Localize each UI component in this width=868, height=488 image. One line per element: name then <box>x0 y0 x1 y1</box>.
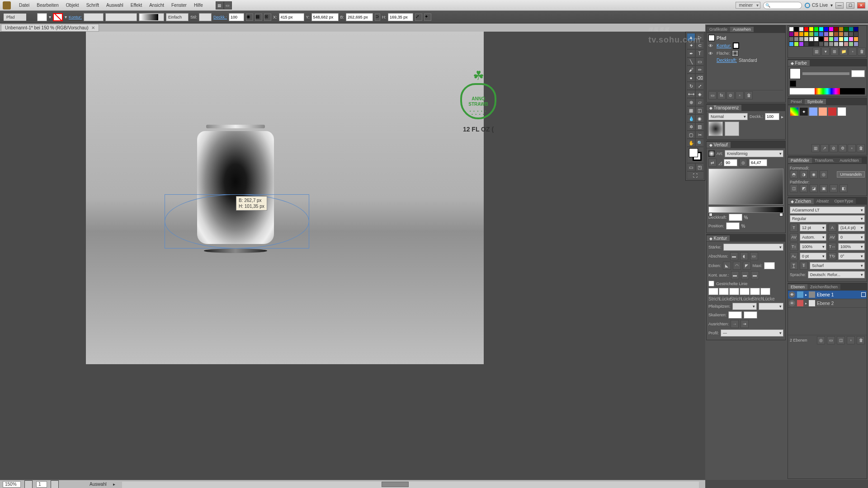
swatch[interactable] <box>814 42 819 47</box>
color-fill-swatch[interactable] <box>790 68 801 79</box>
hand-tool[interactable]: ✋ <box>687 139 695 147</box>
swatch[interactable] <box>829 27 834 32</box>
swatch[interactable] <box>824 42 829 47</box>
rectangle-tool[interactable]: ▭ <box>695 57 704 66</box>
swatch[interactable] <box>789 42 794 47</box>
y-input[interactable] <box>311 13 339 21</box>
align-icon[interactable]: ▦ <box>255 14 262 21</box>
graph-tool[interactable]: ▥ <box>695 122 704 131</box>
arrow-scale-2[interactable] <box>744 311 757 319</box>
transform-icon[interactable]: ⊞ <box>264 14 271 21</box>
isolate-icon[interactable]: ⤢ <box>415 14 422 21</box>
swatch[interactable] <box>799 42 804 47</box>
tab-grafikstile[interactable]: Grafikstile <box>707 27 730 32</box>
cap-proj[interactable]: ▭ <box>750 252 758 260</box>
language-combo[interactable]: Deutsch: Refor... <box>808 271 865 278</box>
close-button[interactable]: ✕ <box>857 2 865 9</box>
swatch[interactable] <box>794 37 799 42</box>
swatch[interactable] <box>794 42 799 47</box>
new-swatch-icon[interactable]: ▫ <box>849 47 857 56</box>
eyedropper-tool[interactable]: 💧 <box>687 114 695 122</box>
tab-transform[interactable]: Transform. <box>812 158 837 163</box>
lasso-tool[interactable]: ⊂ <box>695 41 704 49</box>
menu-hilfe[interactable]: Hilfe <box>190 3 207 8</box>
deckk-link[interactable]: Deckk.: <box>213 15 227 19</box>
paintbrush-tool[interactable]: 🖌 <box>687 66 695 74</box>
color-value[interactable] <box>851 70 865 77</box>
blob-brush-tool[interactable]: ● <box>687 74 695 82</box>
artboard-next[interactable]: ▶ <box>51 480 59 488</box>
swatch[interactable] <box>819 37 824 42</box>
join-bevel[interactable]: ◤ <box>743 262 751 270</box>
tab-align[interactable]: Ausrichten <box>837 158 862 163</box>
swatch[interactable] <box>809 32 814 37</box>
menu-datei[interactable]: Datei <box>15 3 33 8</box>
workspace-switcher[interactable]: meiner <box>736 2 760 9</box>
swatch[interactable] <box>829 32 834 37</box>
layer-2[interactable]: 👁▸Ebene 2 <box>788 299 867 308</box>
clear-icon[interactable]: ⊘ <box>726 91 735 99</box>
eye-icon[interactable]: 👁 <box>789 300 795 306</box>
swatch[interactable] <box>809 37 814 42</box>
swatch[interactable] <box>824 37 829 42</box>
pf-unite[interactable]: ◓ <box>790 170 798 178</box>
swatch[interactable] <box>839 27 844 32</box>
magic-wand-tool[interactable]: ✦ <box>687 41 695 49</box>
gap-3[interactable] <box>760 288 770 295</box>
arrow-align-2[interactable]: ⇥ <box>741 320 749 328</box>
selection-tool[interactable]: ▲ <box>687 33 695 41</box>
arrow-align-1[interactable]: → <box>731 320 739 328</box>
zoom-tool[interactable]: 🔍 <box>695 139 704 147</box>
dash-1[interactable] <box>708 288 718 295</box>
sym-place[interactable]: ↗ <box>821 144 829 152</box>
swatch[interactable] <box>854 42 859 47</box>
leading[interactable]: (14,4 pt) <box>838 224 865 231</box>
cap-round[interactable]: ◖ <box>740 252 748 260</box>
baseline[interactable]: 0 pt <box>800 253 826 260</box>
fill-stroke-swatch[interactable] <box>687 147 704 163</box>
gradient-ratio[interactable] <box>749 159 767 166</box>
horizontal-scrollbar[interactable] <box>122 482 699 488</box>
tab-transparenz[interactable]: ◆ Transparenz <box>707 105 741 111</box>
shape-builder-tool[interactable]: ⊕ <box>687 98 695 106</box>
swatch[interactable] <box>814 27 819 32</box>
swatch[interactable] <box>804 27 809 32</box>
swatch-trash-icon[interactable]: 🗑 <box>858 47 866 56</box>
type-tool[interactable]: T <box>695 49 704 57</box>
swatch[interactable] <box>804 37 809 42</box>
menu-objekt[interactable]: Objekt <box>62 3 83 8</box>
strawberry-logo[interactable]: ☘ ANNOSTRAWB • • • • •• • • • 12 FL OZ ( <box>447 70 510 133</box>
swatch[interactable] <box>824 27 829 32</box>
line-tool[interactable]: ╲ <box>687 57 695 66</box>
artboard-tool[interactable]: ▢ <box>687 131 695 139</box>
gradient-thumb[interactable] <box>708 150 715 157</box>
appearance-kontur[interactable]: Kontur: <box>717 43 731 48</box>
canvas-area[interactable]: B: 262,7 px H: 101,35 px ☘ ANNOSTRAWB • … <box>0 32 684 480</box>
swatch[interactable] <box>849 37 854 42</box>
swatch[interactable] <box>844 37 849 42</box>
swatch[interactable] <box>819 27 824 32</box>
swatch-lib-icon[interactable]: ▥ <box>812 47 821 56</box>
swatch[interactable] <box>834 37 839 42</box>
gradient-editor[interactable] <box>708 169 783 205</box>
font-family-combo[interactable]: AGaramond LT <box>790 206 865 214</box>
swatch[interactable] <box>789 37 794 42</box>
draw-behind-icon[interactable]: ◳ <box>695 163 704 171</box>
swatch[interactable] <box>799 32 804 37</box>
sym-break[interactable]: ⊘ <box>830 144 838 152</box>
pf-crop[interactable]: ▣ <box>820 184 828 192</box>
minimize-button[interactable]: — <box>835 2 844 9</box>
kerning[interactable]: Autom. <box>800 234 826 241</box>
draw-normal-icon[interactable]: ▭ <box>687 163 695 171</box>
x-input[interactable] <box>279 13 304 21</box>
reverse-grad-icon[interactable]: ⇄ <box>708 159 717 167</box>
tab-kontur[interactable]: ◆ Kontur <box>707 235 730 241</box>
menu-fenster[interactable]: Fenster <box>168 3 190 8</box>
align-outside[interactable]: ▬ <box>751 271 759 279</box>
underline-icon[interactable]: T̲ <box>790 262 798 270</box>
menu-schrift[interactable]: Schrift <box>83 3 103 8</box>
fx-icon[interactable]: fx <box>717 91 726 99</box>
pf-merge[interactable]: ◪ <box>810 184 818 192</box>
maximize-button[interactable]: ☐ <box>846 2 854 9</box>
align-inside[interactable]: ▬ <box>741 271 749 279</box>
